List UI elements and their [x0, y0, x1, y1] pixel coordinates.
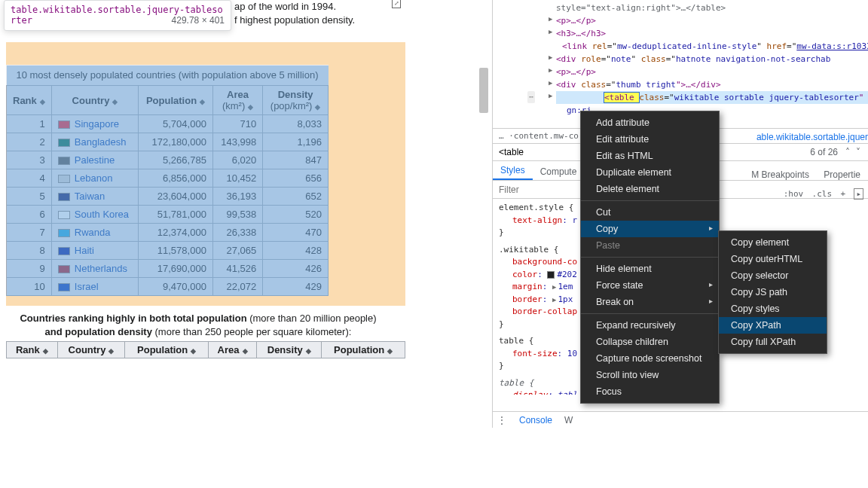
col-population-2[interactable]: Population◆: [322, 342, 405, 358]
menu-item-copy-element[interactable]: Copy element: [719, 234, 827, 251]
tabs-fragment: M Breakpoints Propertie: [744, 169, 868, 180]
hov-toggle[interactable]: :hov: [784, 189, 804, 199]
cell-country[interactable]: Palestine: [51, 151, 138, 169]
cell-country[interactable]: Israel: [51, 278, 138, 296]
menu-item-edit-as-html[interactable]: Edit as HTML: [581, 148, 719, 164]
menu-item-collapse-children[interactable]: Collapse children: [581, 334, 719, 350]
flag-icon: [58, 139, 70, 147]
col-population[interactable]: Population◆: [125, 342, 209, 358]
find-next-button[interactable]: ˅: [853, 147, 863, 157]
cell-rank: 4: [7, 169, 52, 188]
menu-item-focus[interactable]: Focus: [581, 383, 719, 400]
menu-item-copy-xpath[interactable]: Copy XPath: [719, 317, 827, 334]
enlarge-icon[interactable]: ⤢: [392, 0, 401, 8]
col-density[interactable]: Density◆: [257, 342, 322, 358]
cls-toggle[interactable]: .cls: [812, 189, 833, 199]
cell-country[interactable]: Rwanda: [51, 224, 138, 242]
dom-node[interactable]: ▶<p>…</p>: [556, 66, 868, 78]
col-population[interactable]: Population◆: [139, 86, 213, 115]
col-rank[interactable]: Rank◆: [7, 86, 52, 115]
dom-node[interactable]: style="text-align:right">…</table>: [556, 2, 868, 14]
menu-item-force-state[interactable]: Force state: [581, 277, 719, 294]
table-row: 9Netherlands17,690,00041,526426: [7, 260, 329, 278]
menu-item-edit-attribute[interactable]: Edit attribute: [581, 131, 719, 148]
menu-item-cut[interactable]: Cut: [581, 204, 719, 221]
menu-item-delete-element[interactable]: Delete element: [581, 181, 719, 197]
tab-computed[interactable]: Compute: [533, 163, 585, 180]
drawer-menu-icon[interactable]: ⋮: [497, 415, 507, 425]
new-rule-button[interactable]: +: [840, 189, 845, 199]
dom-node[interactable]: ▶<p>…</p>: [556, 14, 868, 27]
context-submenu-copy[interactable]: Copy elementCopy outerHTMLCopy selectorC…: [718, 230, 827, 354]
cell-population: 17,690,000: [139, 260, 213, 278]
flag-icon: [58, 265, 70, 273]
menu-item-copy-styles[interactable]: Copy styles: [719, 300, 827, 317]
cell-country[interactable]: Haiti: [51, 242, 138, 260]
table-row: 3Palestine5,266,7856,020847: [7, 151, 329, 169]
col-country[interactable]: Country◆: [57, 342, 125, 358]
dom-node[interactable]: ▶<h3>…</h3>: [556, 27, 868, 40]
drawer-tab-console[interactable]: Console: [513, 415, 558, 425]
col-area[interactable]: Area(km²)◆: [212, 86, 262, 115]
cell-density: 520: [263, 206, 329, 224]
cell-population: 12,374,000: [139, 224, 213, 242]
menu-item-add-attribute[interactable]: Add attribute: [581, 114, 719, 131]
color-swatch-icon[interactable]: [547, 271, 555, 279]
cell-population: 5,266,785: [139, 151, 213, 169]
element-inspection-tooltip: table.wikitable.sortable.jquery-tablesor…: [4, 0, 231, 31]
dom-node-selected[interactable]: ⋯ ▶ <table class="wikitable sortable jqu…: [556, 91, 868, 104]
cell-country[interactable]: Lebanon: [51, 169, 138, 188]
dom-node[interactable]: <link rel="mw-deduplicated-inline-style"…: [562, 40, 868, 53]
flag-icon: [58, 120, 70, 129]
cell-country[interactable]: Singapore: [51, 115, 138, 133]
menu-item-break-on[interactable]: Break on: [581, 294, 719, 310]
dom-ellipsis-icon[interactable]: ⋯: [527, 91, 535, 103]
devtools-drawer: ⋮ Console W: [493, 411, 868, 428]
tooltip-dimensions: 429.78 × 401: [172, 15, 225, 26]
menu-item-expand-recursively[interactable]: Expand recursively: [581, 317, 719, 334]
col-density[interactable]: Density(pop/km²)◆: [263, 86, 329, 115]
cell-density: 470: [263, 224, 329, 242]
menu-item-copy-full-xpath[interactable]: Copy full XPath: [719, 334, 827, 350]
table-row: 6South Korea51,781,00099,538520: [7, 206, 329, 224]
more-icon[interactable]: ▸: [854, 188, 863, 200]
cell-rank: 8: [7, 242, 52, 260]
drawer-tab[interactable]: W: [558, 415, 579, 425]
cell-density: 429: [263, 278, 329, 296]
col-area[interactable]: Area◆: [208, 342, 256, 358]
wikitable-both-ranking[interactable]: Rank◆ Country◆ Population◆ Area◆ Density…: [6, 341, 405, 358]
flag-icon: [58, 247, 70, 255]
cell-rank: 7: [7, 224, 52, 242]
find-prev-button[interactable]: ˄: [842, 147, 853, 157]
menu-item-copy[interactable]: Copy: [581, 221, 719, 237]
cell-country[interactable]: Netherlands: [51, 260, 138, 278]
cell-population: 23,604,000: [139, 188, 213, 206]
cell-country[interactable]: Taiwan: [51, 188, 138, 206]
wikitable-densely-populated[interactable]: 10 most densely populated countries (wit…: [6, 65, 329, 296]
table-row: 2Bangladesh172,180,000143,9981,196: [7, 133, 329, 151]
table-caption: 10 most densely populated countries (wit…: [6, 65, 329, 85]
col-country[interactable]: Country◆: [51, 86, 138, 115]
menu-item-capture-node-screenshot[interactable]: Capture node screenshot: [581, 350, 719, 367]
scrollbar-thumb[interactable]: [479, 68, 488, 113]
dom-tree[interactable]: style="text-align:right">…</table> ▶<p>……: [493, 0, 868, 128]
cell-country[interactable]: South Korea: [51, 206, 138, 224]
tab-styles[interactable]: Styles: [493, 162, 533, 180]
styles-toolbar-right: :hov .cls + ▸: [778, 188, 868, 199]
cell-country[interactable]: Bangladesh: [51, 133, 138, 151]
menu-item-paste: Paste: [581, 237, 719, 254]
menu-item-copy-selector[interactable]: Copy selector: [719, 267, 827, 284]
menu-item-hide-element[interactable]: Hide element: [581, 261, 719, 277]
dom-node[interactable]: ▶ <div role="note" class="hatnote naviga…: [556, 53, 868, 66]
find-count: 6 of 26: [810, 147, 838, 157]
table-row: 4Lebanon6,856,00010,452656: [7, 169, 329, 188]
dom-node[interactable]: ▶ <div class="thumb tright">…</div>: [556, 78, 868, 91]
menu-item-copy-js-path[interactable]: Copy JS path: [719, 284, 827, 300]
menu-item-scroll-into-view[interactable]: Scroll into view: [581, 367, 719, 383]
flag-icon: [58, 211, 70, 219]
menu-item-copy-outerhtml[interactable]: Copy outerHTML: [719, 251, 827, 267]
col-rank[interactable]: Rank◆: [7, 342, 58, 358]
context-menu[interactable]: Add attributeEdit attributeEdit as HTMLD…: [580, 111, 720, 404]
cell-rank: 1: [7, 115, 52, 133]
menu-item-duplicate-element[interactable]: Duplicate element: [581, 164, 719, 181]
